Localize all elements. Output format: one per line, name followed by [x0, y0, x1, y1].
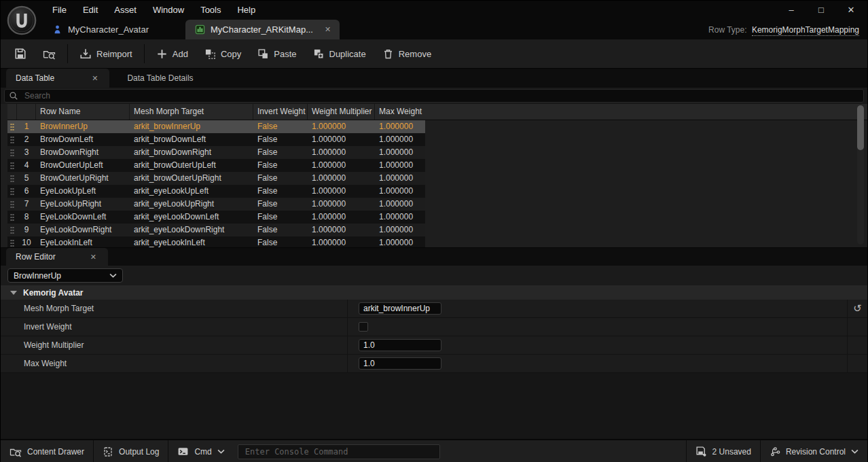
statusbar-right-group: 2 Unsaved Revision Control	[686, 440, 867, 462]
save-button[interactable]	[6, 39, 35, 68]
table-body: 1BrowInnerUparkit_browInnerUpFalse1.0000…	[1, 120, 867, 247]
table-row[interactable]: 5BrowOuterUpRightarkit_browOuterUpRightF…	[7, 172, 425, 185]
menu-asset[interactable]: Asset	[106, 1, 145, 20]
row-grip-handle[interactable]	[7, 226, 17, 234]
invert-weight-checkbox[interactable]	[359, 322, 368, 332]
header-invert-weight[interactable]: Invert Weight	[253, 104, 308, 120]
table-row[interactable]: 7EyeLookUpRightarkit_eyeLookUpRightFalse…	[7, 198, 425, 211]
header-max-weight[interactable]: Max Weight	[375, 104, 425, 120]
unsaved-changes-button[interactable]: 2 Unsaved	[687, 440, 760, 462]
cell-weight-multiplier: 1.000000	[308, 159, 375, 172]
cell-weight-multiplier: 1.000000	[308, 120, 375, 133]
table-scrollbar-thumb[interactable]	[857, 105, 864, 150]
row-grip-handle[interactable]	[7, 239, 17, 247]
row-grip-handle[interactable]	[7, 162, 17, 170]
copy-button[interactable]: Copy	[196, 39, 249, 68]
cell-invert-weight: False	[253, 224, 308, 236]
cmd-dropdown-button[interactable]: Cmd	[168, 440, 233, 462]
maximize-icon[interactable]: □	[806, 1, 836, 20]
table-row[interactable]: 4BrowOuterUpLeftarkit_browOuterUpLeftFal…	[7, 159, 425, 172]
asset-tab-label: MyCharacter_ARKitMap...	[211, 24, 313, 35]
table-row[interactable]: 9EyeLookDownRightarkit_eyeLookDownRightF…	[7, 224, 425, 236]
reimport-button[interactable]: Reimport	[71, 39, 141, 68]
table-row[interactable]: 6EyeLookUpLeftarkit_eyeLookUpLeftFalse1.…	[7, 185, 425, 198]
revision-control-label: Revision Control	[786, 447, 846, 457]
trash-icon	[382, 48, 394, 60]
category-kemorig-avatar[interactable]: Kemorig Avatar	[1, 285, 867, 300]
row-grip-handle[interactable]	[7, 188, 17, 196]
row-grip-handle[interactable]	[7, 149, 17, 157]
table-header: Row Name Mesh Morph Target Invert Weight…	[7, 104, 867, 120]
tab-data-table[interactable]: Data Table ✕	[6, 69, 109, 88]
property-row-mesh-morph-target: Mesh Morph Target ↺	[1, 300, 867, 318]
remove-button[interactable]: Remove	[374, 39, 439, 68]
row-selector-value: BrowInnerUp	[14, 271, 61, 281]
table-row[interactable]: 1BrowInnerUparkit_browInnerUpFalse1.0000…	[7, 120, 425, 133]
header-mesh-morph-target[interactable]: Mesh Morph Target	[130, 104, 253, 120]
header-weight-multiplier[interactable]: Weight Multiplier	[308, 104, 375, 120]
weight-multiplier-input[interactable]	[359, 339, 441, 351]
browse-to-asset-button[interactable]	[35, 39, 64, 68]
data-table-panel: Row Name Mesh Morph Target Invert Weight…	[1, 104, 867, 248]
menu-edit[interactable]: Edit	[75, 1, 106, 20]
cell-max-weight: 1.000000	[375, 120, 425, 133]
header-row-name[interactable]: Row Name	[36, 104, 130, 120]
cell-row-name: BrowOuterUpRight	[36, 172, 130, 185]
menu-tools[interactable]: Tools	[192, 1, 229, 20]
output-log-button[interactable]: Output Log	[94, 440, 168, 462]
title-bar: File Edit Asset Window Tools Help – □ ✕ …	[1, 1, 867, 39]
property-label: Invert Weight	[1, 318, 348, 336]
table-row[interactable]: 2BrowDownLeftarkit_browDownLeftFalse1.00…	[7, 133, 425, 146]
cell-row-number: 5	[17, 172, 36, 185]
minimize-icon[interactable]: –	[776, 1, 806, 20]
cell-invert-weight: False	[253, 120, 308, 133]
menu-window[interactable]: Window	[145, 1, 192, 20]
tab-row-editor[interactable]: Row Editor ✕	[6, 248, 108, 266]
cell-weight-multiplier: 1.000000	[308, 185, 375, 198]
asset-tab-mycharacter-avatar[interactable]: MyCharacter_Avatar	[43, 20, 158, 39]
row-grip-handle[interactable]	[7, 200, 17, 209]
add-row-button[interactable]: Add	[148, 39, 196, 68]
folder-magnifier-icon	[43, 48, 56, 60]
row-grip-handle[interactable]	[7, 123, 17, 131]
menu-help[interactable]: Help	[229, 1, 264, 20]
cell-weight-multiplier: 1.000000	[308, 224, 375, 236]
close-tab-icon[interactable]: ✕	[90, 74, 100, 83]
asset-tab-label: MyCharacter_Avatar	[68, 24, 149, 35]
revision-control-button[interactable]: Revision Control	[761, 440, 867, 462]
triangle-down-icon	[10, 291, 17, 295]
table-row[interactable]: 3BrowDownRightarkit_browDownRightFalse1.…	[7, 146, 425, 159]
content-drawer-button[interactable]: Content Drawer	[1, 440, 93, 462]
table-row[interactable]: 8EyeLookDownLeftarkit_eyeLookDownLeftFal…	[7, 211, 425, 224]
tab-data-table-details[interactable]: Data Table Details	[109, 69, 211, 88]
category-label: Kemorig Avatar	[23, 288, 83, 298]
menu-bar: File Edit Asset Window Tools Help	[1, 1, 867, 20]
console-command-field[interactable]	[238, 444, 440, 459]
mesh-morph-target-input[interactable]	[359, 302, 441, 315]
search-field[interactable]	[4, 89, 864, 103]
asset-tab-mycharacter-arkitmap[interactable]: MyCharacter_ARKitMap... ✕	[185, 20, 340, 39]
add-label: Add	[173, 49, 188, 59]
close-tab-icon[interactable]: ✕	[88, 253, 98, 262]
paste-button[interactable]: Paste	[249, 39, 304, 68]
menu-file[interactable]: File	[44, 1, 75, 20]
reset-to-default-icon[interactable]: ↺	[847, 300, 867, 317]
close-window-icon[interactable]: ✕	[836, 1, 866, 20]
max-weight-input[interactable]	[359, 357, 441, 370]
table-row[interactable]: 10EyeLookInLeftarkit_eyeLookInLeftFalse1…	[7, 236, 425, 247]
duplicate-button[interactable]: Duplicate	[305, 39, 374, 68]
row-grip-handle[interactable]	[7, 175, 17, 183]
row-selector-dropdown[interactable]: BrowInnerUp	[7, 268, 123, 283]
cell-max-weight: 1.000000	[375, 146, 425, 159]
cell-row-number: 3	[17, 146, 36, 159]
cell-max-weight: 1.000000	[375, 224, 425, 236]
close-tab-icon[interactable]: ✕	[323, 25, 333, 34]
console-command-input[interactable]	[244, 446, 434, 457]
row-grip-handle[interactable]	[7, 136, 17, 144]
search-input[interactable]	[23, 90, 859, 101]
row-grip-handle[interactable]	[7, 213, 17, 221]
property-row-weight-multiplier: Weight Multiplier	[1, 336, 867, 355]
cmd-label: Cmd	[194, 447, 211, 457]
cell-weight-multiplier: 1.000000	[308, 236, 375, 247]
row-type-value-link[interactable]: KemorigMorphTargetMapping	[752, 25, 859, 36]
